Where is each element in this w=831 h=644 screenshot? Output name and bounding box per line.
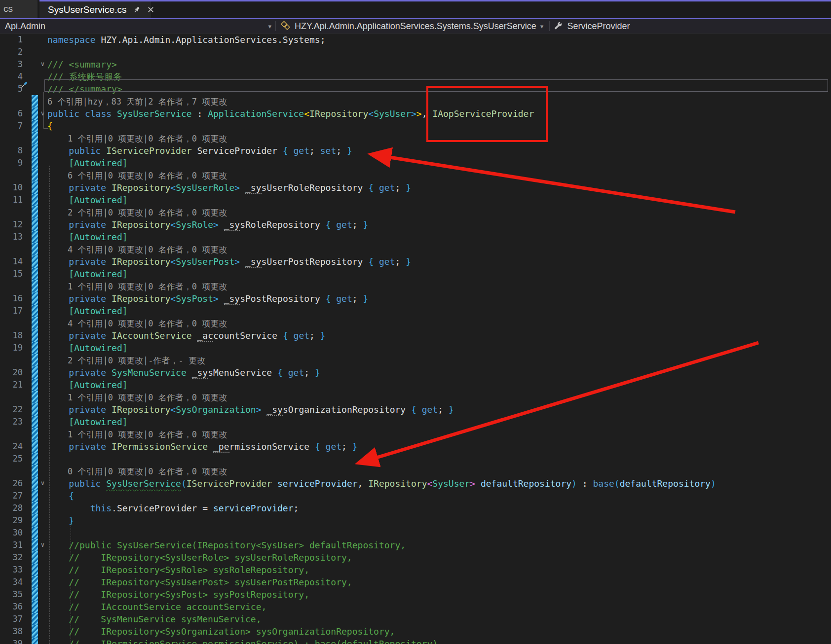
line-number[interactable]: 26 (0, 477, 23, 490)
code-line-18[interactable]: 18 private IAccountService _accountServi… (0, 329, 831, 342)
chevron-down-icon[interactable]: ▾ (264, 23, 275, 30)
line-number[interactable]: 27 (0, 490, 23, 502)
fold-chevron-icon[interactable]: ∨ (38, 539, 47, 551)
line-number[interactable]: 36 (0, 601, 23, 613)
code-line-6[interactable]: 6∨public class SysUserService : Applicat… (0, 107, 831, 120)
line-number[interactable]: 30 (0, 527, 23, 539)
code-editor[interactable]: 1namespace HZY.Api.Admin.ApplicationServ… (0, 34, 831, 644)
line-number[interactable]: 35 (0, 588, 23, 601)
code-line-27[interactable]: 27 { (0, 490, 831, 502)
line-number[interactable] (0, 95, 23, 107)
code-line-4[interactable]: 4/// 系统账号服务 (0, 71, 831, 83)
line-number[interactable]: 3 (0, 58, 23, 71)
line-number[interactable]: 10 (0, 181, 23, 194)
code-line-3[interactable]: 3∨/// <summary> (0, 58, 831, 71)
codelens-row[interactable]: 1 个引用|0 项更改|0 名作者，0 项更改 (0, 132, 831, 144)
line-number[interactable]: 21 (0, 379, 23, 391)
line-number[interactable]: 18 (0, 329, 23, 342)
code-line-1[interactable]: 1namespace HZY.Api.Admin.ApplicationServ… (0, 34, 831, 46)
line-number[interactable]: 29 (0, 514, 23, 527)
code-line-12[interactable]: 12 private IRepository<SysRole> _sysRole… (0, 218, 831, 231)
code-line-30[interactable]: 30 (0, 527, 831, 539)
code-line-21[interactable]: 21 [Autowired] (0, 379, 831, 391)
line-number[interactable]: 34 (0, 576, 23, 588)
line-number[interactable]: 25 (0, 453, 23, 465)
code-line-33[interactable]: 33 // IRepository<SysRole> sysRoleReposi… (0, 564, 831, 576)
line-number[interactable]: 15 (0, 268, 23, 280)
breadcrumb-project[interactable]: Api.Admin ▾ (0, 19, 275, 33)
code-line-28[interactable]: 28 this.ServiceProvider = serviceProvide… (0, 502, 831, 514)
code-line-5[interactable]: 5/// </summary> (0, 83, 831, 95)
code-line-31[interactable]: 31∨ //public SysUserService(IRepository<… (0, 539, 831, 551)
line-number[interactable]: 28 (0, 502, 23, 514)
line-number[interactable]: 32 (0, 551, 23, 564)
codelens-row[interactable]: 6 个引用|hzy，83 天前|2 名作者，7 项更改 (0, 95, 831, 107)
code-line-11[interactable]: 11 [Autowired] (0, 194, 831, 206)
breadcrumb-type[interactable]: HZY.Api.Admin.ApplicationServices.System… (293, 19, 549, 33)
codelens-row[interactable]: 4 个引用|0 项更改|0 名作者，0 项更改 (0, 317, 831, 329)
code-line-7[interactable]: 7{ (0, 120, 831, 132)
fold-chevron-icon[interactable]: ∨ (38, 58, 47, 71)
code-line-20[interactable]: 20 private SysMenuService _sysMenuServic… (0, 366, 831, 379)
codelens-row[interactable]: 2 个引用|0 项更改|-作者，- 更改 (0, 354, 831, 366)
code-line-14[interactable]: 14 private IRepository<SysUserPost> _sys… (0, 255, 831, 268)
line-number[interactable]: 13 (0, 231, 23, 243)
codelens-row[interactable]: 1 个引用|0 项更改|0 名作者，0 项更改 (0, 428, 831, 440)
code-line-25[interactable]: 25 (0, 453, 831, 465)
fold-chevron-icon[interactable]: ∨ (38, 107, 47, 120)
line-number[interactable]: 8 (0, 144, 23, 157)
line-number[interactable] (0, 169, 23, 181)
code-line-2[interactable]: 2 (0, 46, 831, 58)
pin-icon[interactable] (133, 5, 141, 14)
code-line-23[interactable]: 23 [Autowired] (0, 416, 831, 428)
code-line-22[interactable]: 22 private IRepository<SysOrganization> … (0, 403, 831, 416)
line-number[interactable]: 14 (0, 255, 23, 268)
code-line-13[interactable]: 13 [Autowired] (0, 231, 831, 243)
line-number[interactable]: 6 (0, 107, 23, 120)
codelens-row[interactable]: 1 个引用|0 项更改|0 名作者，0 项更改 (0, 280, 831, 292)
codelens-row[interactable]: 2 个引用|0 项更改|0 名作者，0 项更改 (0, 206, 831, 218)
code-line-38[interactable]: 38 // IRepository<SysOrganization> sysOr… (0, 625, 831, 638)
chevron-down-icon[interactable]: ▾ (536, 23, 548, 30)
line-number[interactable] (0, 354, 23, 366)
code-line-39[interactable]: 39 // IPermissionService permissionServi… (0, 638, 831, 644)
codelens-row[interactable]: 6 个引用|0 项更改|0 名作者，0 项更改 (0, 169, 831, 181)
fold-chevron-icon[interactable]: ∨ (38, 477, 47, 490)
code-line-37[interactable]: 37 // SysMenuService sysMenuService, (0, 613, 831, 625)
breadcrumb-member[interactable]: ServiceProvider (565, 19, 632, 33)
line-number[interactable] (0, 465, 23, 477)
code-line-35[interactable]: 35 // IRepository<SysPost> sysPostReposi… (0, 588, 831, 601)
line-number[interactable] (0, 391, 23, 403)
line-number[interactable]: 37 (0, 613, 23, 625)
code-line-24[interactable]: 24 private IPermissionService _permissio… (0, 440, 831, 453)
line-number[interactable] (0, 243, 23, 255)
tab-sysuserservice[interactable]: SysUserService.cs (39, 0, 151, 18)
code-line-10[interactable]: 10 private IRepository<SysUserRole> _sys… (0, 181, 831, 194)
line-number[interactable]: 1 (0, 34, 23, 46)
line-number[interactable] (0, 280, 23, 292)
line-number[interactable]: 12 (0, 218, 23, 231)
code-line-8[interactable]: 8 public IServiceProvider ServiceProvide… (0, 144, 831, 157)
code-line-19[interactable]: 19 [Autowired] (0, 342, 831, 354)
line-number[interactable]: 33 (0, 564, 23, 576)
code-line-9[interactable]: 9 [Autowired] (0, 157, 831, 169)
code-line-26[interactable]: 26∨ public SysUserService(IServiceProvid… (0, 477, 831, 490)
code-line-17[interactable]: 17 [Autowired] (0, 305, 831, 317)
line-number[interactable]: 20 (0, 366, 23, 379)
code-line-36[interactable]: 36 // IAccountService accountService, (0, 601, 831, 613)
line-number[interactable]: 23 (0, 416, 23, 428)
code-line-34[interactable]: 34 // IRepository<SysUserPost> sysUserPo… (0, 576, 831, 588)
line-number[interactable]: 7 (0, 120, 23, 132)
line-number[interactable]: 19 (0, 342, 23, 354)
tab-cs[interactable]: cs (0, 0, 38, 18)
line-number[interactable] (0, 317, 23, 329)
line-number[interactable]: 2 (0, 46, 23, 58)
line-number[interactable]: 11 (0, 194, 23, 206)
line-number[interactable] (0, 132, 23, 144)
codelens-row[interactable]: 0 个引用|0 项更改|0 名作者，0 项更改 (0, 465, 831, 477)
line-number[interactable]: 16 (0, 292, 23, 305)
line-number[interactable]: 31 (0, 539, 23, 551)
line-number[interactable]: 22 (0, 403, 23, 416)
code-line-16[interactable]: 16 private IRepository<SysPost> _sysPost… (0, 292, 831, 305)
line-number[interactable]: 38 (0, 625, 23, 638)
